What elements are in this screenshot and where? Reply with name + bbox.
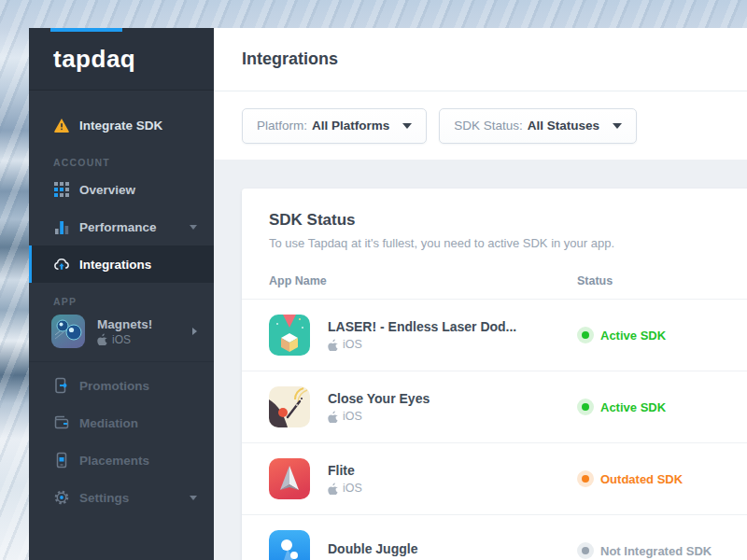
- status-cell: Active SDK: [577, 327, 666, 343]
- wallet-icon: [53, 414, 70, 431]
- card-title: SDK Status: [269, 211, 738, 230]
- app-platform: iOS: [328, 410, 430, 423]
- table-row[interactable]: Close Your Eyes iOS Active SDK: [242, 371, 747, 442]
- filter-label: Platform:: [257, 119, 307, 133]
- apple-icon: [328, 483, 338, 495]
- app-platform: iOS: [97, 333, 152, 346]
- status-cell: Active SDK: [577, 399, 666, 415]
- sidebar: tapdaq Integrate SDK ACCOUNT Overvie: [29, 28, 214, 560]
- card-head: SDK Status To use Tapdaq at it's fullest…: [242, 211, 747, 250]
- chevron-down-icon: [613, 123, 622, 129]
- warning-triangle-icon: [53, 117, 70, 133]
- sdk-status-card: SDK Status To use Tapdaq at it's fullest…: [242, 189, 747, 560]
- filter-value: All Platforms: [312, 119, 389, 133]
- bar-chart-icon: [53, 218, 70, 235]
- sidebar-item-mediation[interactable]: Mediation: [29, 404, 214, 441]
- app-text: Flite iOS: [328, 463, 362, 495]
- status-dot: [577, 327, 594, 343]
- status-cell: Not Integrated SDK: [577, 542, 712, 559]
- sdk-status-filter-dropdown[interactable]: SDK Status: All Statuses: [439, 108, 637, 144]
- sidebar-item-label: Integrations: [79, 258, 151, 272]
- logo-area: tapdaq: [29, 28, 214, 91]
- app-meta: Magnets! iOS: [97, 317, 152, 346]
- flite-app-icon: [269, 458, 310, 499]
- table-row[interactable]: Double Juggle Not Integrated SDK: [242, 514, 747, 560]
- page-header: Integrations: [214, 28, 747, 91]
- laser-app-icon: [269, 315, 310, 356]
- sidebar-item-settings[interactable]: Settings: [29, 479, 214, 516]
- chevron-right-icon: [192, 328, 197, 335]
- content-area: SDK Status To use Tapdaq at it's fullest…: [214, 160, 747, 560]
- app-cell: Close Your Eyes iOS: [269, 386, 577, 427]
- sidebar-item-integrations[interactable]: Integrations: [29, 245, 214, 283]
- apple-icon: [97, 333, 107, 345]
- double-juggle-app-icon: [269, 530, 310, 560]
- column-header-status: Status: [577, 274, 613, 287]
- app-platform-label: iOS: [112, 333, 131, 346]
- main-content: Integrations Platform: All Platforms SDK…: [214, 28, 747, 560]
- sidebar-item-label: Overview: [79, 183, 135, 197]
- app-platform: iOS: [328, 338, 516, 351]
- sidebar-item-integrate-sdk[interactable]: Integrate SDK: [29, 106, 214, 144]
- app-name: Double Juggle: [328, 541, 417, 556]
- chevron-down-icon: [402, 123, 412, 129]
- platform-label: iOS: [343, 410, 362, 423]
- table-row[interactable]: Flite iOS Outdated SDK: [242, 442, 747, 514]
- phone-arrow-icon: [53, 377, 70, 394]
- app-name: Close Your Eyes: [328, 391, 430, 406]
- sidebar-nav: Integrate SDK ACCOUNT Overview: [29, 91, 214, 516]
- status-dot: [577, 399, 594, 415]
- table-row[interactable]: LASER! - Endless Laser Dod... iOS Active…: [242, 299, 747, 371]
- filter-label: SDK Status:: [454, 119, 523, 133]
- status-dot: [577, 542, 594, 559]
- app-cell: Flite iOS: [269, 458, 577, 499]
- sidebar-item-label: Performance: [79, 220, 157, 234]
- page-title: Integrations: [242, 49, 338, 69]
- filter-value: All Statuses: [528, 119, 599, 133]
- sidebar-item-label: Settings: [79, 491, 129, 505]
- app-logo[interactable]: tapdaq: [29, 28, 214, 74]
- section-label-account: ACCOUNT: [53, 157, 214, 168]
- sidebar-app-switcher[interactable]: Magnets! iOS: [29, 313, 214, 350]
- status-cell: Outdated SDK: [577, 470, 683, 487]
- chevron-down-icon: [190, 496, 197, 500]
- sidebar-item-overview[interactable]: Overview: [29, 171, 214, 208]
- apple-icon: [328, 411, 338, 423]
- platform-label: iOS: [343, 338, 362, 351]
- app-name: Flite: [328, 463, 362, 478]
- app-text: LASER! - Endless Laser Dod... iOS: [328, 319, 516, 351]
- logo-accent-bar: [50, 28, 122, 32]
- magnets-app-icon: [51, 315, 85, 348]
- platform-filter-dropdown[interactable]: Platform: All Platforms: [242, 108, 427, 144]
- sidebar-item-performance[interactable]: Performance: [29, 208, 214, 245]
- app-name: Magnets!: [97, 317, 152, 331]
- section-label-app: APP: [53, 296, 214, 307]
- apple-icon: [328, 339, 338, 351]
- sidebar-item-label: Integrate SDK: [79, 119, 162, 133]
- sidebar-item-label: Mediation: [79, 416, 138, 430]
- cloud-upload-icon: [53, 256, 70, 273]
- phone-screen-icon: [53, 452, 70, 469]
- status-label: Active SDK: [600, 329, 666, 343]
- app-text: Close Your Eyes iOS: [328, 391, 430, 423]
- sidebar-item-promotions[interactable]: Promotions: [29, 367, 214, 404]
- status-dot: [577, 470, 594, 487]
- sidebar-item-label: Placements: [79, 454, 149, 468]
- close-your-eyes-app-icon: [269, 386, 310, 427]
- table-header: App Name Status: [242, 274, 747, 299]
- column-header-app-name: App Name: [269, 274, 577, 287]
- gear-icon: [53, 489, 70, 506]
- card-subtitle: To use Tapdaq at it's fullest, you need …: [269, 236, 738, 250]
- platform-label: iOS: [343, 482, 362, 495]
- sidebar-item-placements[interactable]: Placements: [29, 441, 214, 479]
- status-label: Not Integrated SDK: [600, 544, 712, 558]
- status-label: Active SDK: [600, 400, 666, 414]
- grid-icon: [53, 181, 70, 198]
- status-label: Outdated SDK: [600, 472, 683, 486]
- app-cell: Double Juggle: [269, 530, 577, 560]
- chevron-down-icon: [190, 225, 197, 230]
- screen: tapdaq Integrate SDK ACCOUNT Overvie: [0, 0, 747, 560]
- app-text: Double Juggle: [328, 541, 417, 560]
- app-cell: LASER! - Endless Laser Dod... iOS: [269, 315, 577, 356]
- filter-bar: Platform: All Platforms SDK Status: All …: [214, 91, 747, 160]
